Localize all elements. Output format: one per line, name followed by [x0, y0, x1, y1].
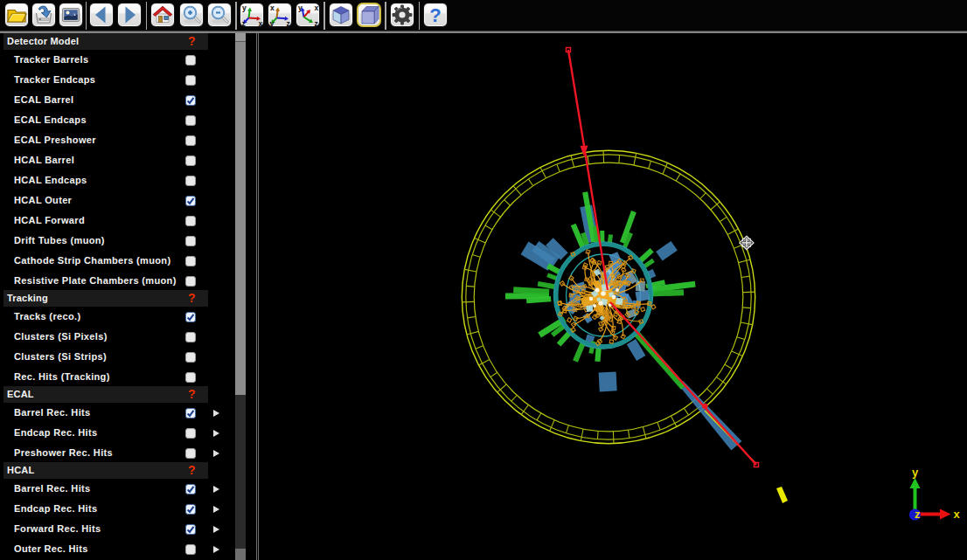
svg-text:z: z [242, 19, 246, 28]
svg-text:y: y [298, 3, 303, 12]
svg-text:x: x [954, 508, 961, 521]
svg-text:z: z [315, 19, 318, 28]
svg-text:y: y [242, 3, 247, 12]
svg-text:x: x [315, 3, 319, 12]
svg-text:z: z [915, 508, 921, 521]
svg-text:z: z [287, 19, 290, 28]
svg-text:x: x [270, 3, 275, 12]
svg-text:?: ? [429, 4, 441, 26]
svg-text:y: y [270, 19, 275, 28]
svg-text:y: y [912, 466, 919, 479]
svg-text:x: x [259, 19, 263, 28]
